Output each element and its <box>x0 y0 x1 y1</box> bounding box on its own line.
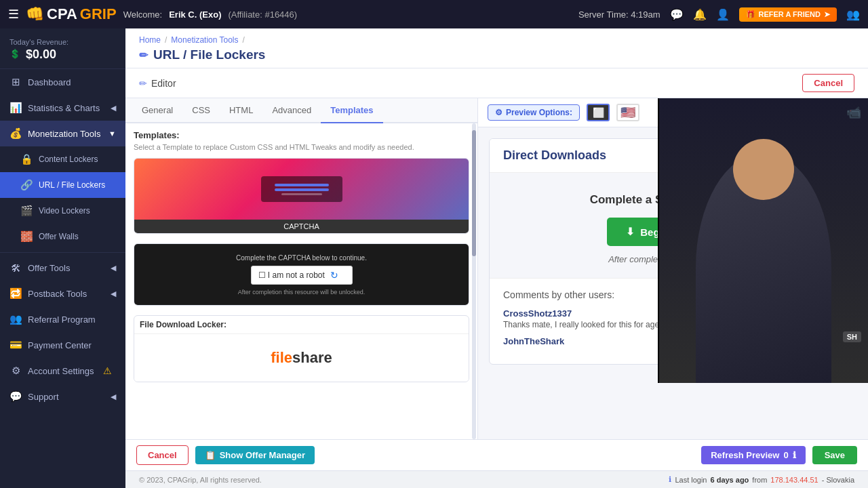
sidebar-item-postback-tools[interactable]: 🔁 Postback Tools ◀ <box>0 281 125 306</box>
refresh-info-icon: ℹ <box>793 450 796 460</box>
tab-css[interactable]: CSS <box>182 98 220 123</box>
sidebar-label-offer-tools: Offer Tools <box>28 263 70 273</box>
tab-templates[interactable]: Templates <box>321 98 382 123</box>
scroll-thumb <box>472 130 476 256</box>
bottom-bar: Cancel 📋 Show Offer Manager Refresh Prev… <box>125 439 868 470</box>
offer-manager-label: Show Offer Manager <box>220 450 305 460</box>
offer-tools-arrow-icon: ◀ <box>111 264 116 272</box>
sidebar-item-payment[interactable]: 💳 Payment Center <box>0 332 125 358</box>
sidebar-item-video-lockers[interactable]: 🎬 Video Lockers <box>0 198 125 224</box>
fileshare-logo: fileshare <box>271 349 332 367</box>
support-arrow-icon: ◀ <box>111 392 116 401</box>
refer-label: REFER A FRIEND <box>759 10 821 18</box>
save-button[interactable]: Save <box>812 446 857 464</box>
sidebar-label-account-settings: Account Settings <box>28 366 94 376</box>
server-time: Server Time: 4:19am <box>578 9 660 20</box>
fileshare-bg: fileshare <box>134 334 469 382</box>
editor-text: Editor <box>151 78 176 89</box>
info-icon: ℹ <box>669 475 671 484</box>
offer-manager-icon: 📋 <box>205 450 216 460</box>
sidebar-label-payment: Payment Center <box>28 340 92 350</box>
sidebar-item-account-settings[interactable]: ⚙ Account Settings ⚠ <box>0 358 125 384</box>
sidebar-item-referral[interactable]: 👥 Referral Program <box>0 306 125 332</box>
sidebar-label-referral: Referral Program <box>28 314 96 325</box>
refresh-preview-button[interactable]: Refresh Preview 0 ℹ <box>701 446 805 464</box>
editor-panel: General CSS HTML Advanced Templates Temp… <box>125 98 478 439</box>
sidebar: Today's Revenue: 💲 $0.00 ⊞ Dashboard 📊 S… <box>0 28 125 488</box>
warning-icon: ⚠ <box>103 365 112 376</box>
gradient-bg <box>134 159 469 220</box>
bottom-left: Cancel 📋 Show Offer Manager <box>136 445 315 465</box>
notifications-icon[interactable]: 🔔 <box>693 8 707 21</box>
fileshare-share-text: share <box>292 349 332 366</box>
users-icon[interactable]: 👤 <box>716 8 730 21</box>
flag-us-button[interactable]: 🇺🇸 <box>616 104 639 121</box>
refer-icon: 🎁 <box>746 10 755 19</box>
file-download-label: File Download Locker: <box>134 316 469 334</box>
preview-options-button[interactable]: ⚙ Preview Options: <box>488 104 580 121</box>
dashboard-icon: ⊞ <box>9 76 22 88</box>
camera-icon: 📹 <box>846 105 861 120</box>
breadcrumb-home[interactable]: Home <box>139 35 161 45</box>
breadcrumb-sep-1: / <box>165 35 167 45</box>
tab-html[interactable]: HTML <box>220 98 262 123</box>
postback-arrow-icon: ◀ <box>111 289 116 298</box>
sidebar-label-content-lockers: Content Lockers <box>39 155 98 164</box>
tab-general[interactable]: General <box>132 98 182 123</box>
layout: Today's Revenue: 💲 $0.00 ⊞ Dashboard 📊 S… <box>0 28 868 488</box>
breadcrumb-nav: Home / Monetization Tools / <box>139 35 854 45</box>
sidebar-item-offer-tools[interactable]: 🛠 Offer Tools ◀ <box>0 256 125 281</box>
template-preview-fileshare: fileshare <box>134 334 469 382</box>
flag-dark-button[interactable]: ⬜ <box>587 104 610 121</box>
revenue-icon: 💲 <box>9 49 20 59</box>
user-name: Erik C. (Exo) <box>169 9 221 20</box>
gear-icon: ⚙ <box>495 108 502 117</box>
video-overlay: 📹 SH <box>658 98 868 383</box>
page-title: ✏ URL / File Lockers <box>139 47 854 68</box>
messages-icon[interactable]: 💬 <box>670 8 684 21</box>
cancel-bottom-button[interactable]: Cancel <box>136 445 189 465</box>
sidebar-label-url-lockers: URL / File Lockers <box>39 180 105 190</box>
group-icon[interactable]: 👥 <box>846 8 860 21</box>
show-offer-manager-button[interactable]: 📋 Show Offer Manager <box>195 446 315 464</box>
fileshare-file-text: file <box>271 349 292 366</box>
hamburger-icon[interactable]: ☰ <box>8 7 19 22</box>
footer-right: ℹ Last login 6 days ago from 178.143.44.… <box>669 475 854 484</box>
sidebar-label-dashboard: Dashboard <box>28 77 71 87</box>
account-settings-icon: ⚙ <box>9 365 22 377</box>
offer-tools-icon: 🛠 <box>9 262 22 274</box>
welcome-text: Welcome: <box>123 9 163 20</box>
sidebar-item-statistics[interactable]: 📊 Statistics & Charts ◀ <box>0 95 125 121</box>
refer-friend-button[interactable]: 🎁 REFER A FRIEND ➤ <box>739 7 837 22</box>
sidebar-item-dashboard[interactable]: ⊞ Dashboard <box>0 69 125 95</box>
tab-advanced[interactable]: Advanced <box>262 98 321 123</box>
main: Home / Monetization Tools / ✏ URL / File… <box>125 28 868 488</box>
scrollbar[interactable] <box>472 123 476 439</box>
template-card-dark[interactable]: Complete the CAPTCHA below to continue. … <box>134 243 469 306</box>
sidebar-item-content-lockers[interactable]: 🔒 Content Lockers <box>0 146 125 172</box>
bar-line-2 <box>275 188 329 191</box>
monetization-icon: 💰 <box>9 127 22 140</box>
sidebar-item-monetization[interactable]: 💰 Monetization Tools ▼ <box>0 121 125 146</box>
editor-topbar: ✏ Editor Cancel <box>125 68 868 98</box>
template-card-fileshare[interactable]: File Download Locker: fileshare <box>134 315 469 382</box>
gradient-inner <box>261 176 342 202</box>
last-login-location: - Slovakia <box>822 476 854 484</box>
sidebar-item-support[interactable]: 💬 Support ◀ <box>0 384 125 409</box>
footer: © 2023, CPAGrip, All rights reserved. ℹ … <box>125 470 868 488</box>
preview-panel: ⚙ Preview Options: ⬜ 🇺🇸 Direct Downloads <box>478 98 868 439</box>
revenue-amount: $0.00 <box>26 47 56 62</box>
statistics-icon: 📊 <box>9 102 22 114</box>
template-card-gradient[interactable]: CAPTCHA <box>134 158 469 234</box>
sidebar-item-offer-walls[interactable]: 🧱 Offer Walls <box>0 224 125 249</box>
cancel-top-button[interactable]: Cancel <box>802 74 854 92</box>
offer-walls-icon: 🧱 <box>20 230 33 243</box>
video-person: 📹 SH <box>659 98 868 383</box>
sidebar-label-postback: Postback Tools <box>28 289 87 299</box>
dark-flag-icon: ⬜ <box>593 107 604 118</box>
person-head <box>733 139 794 200</box>
sidebar-item-url-lockers[interactable]: 🔗 URL / File Lockers <box>0 172 125 198</box>
sidebar-label-monetization: Monetization Tools <box>28 129 100 139</box>
last-login-time: 6 days ago <box>710 476 749 484</box>
breadcrumb-monetization[interactable]: Monetization Tools <box>171 35 238 45</box>
